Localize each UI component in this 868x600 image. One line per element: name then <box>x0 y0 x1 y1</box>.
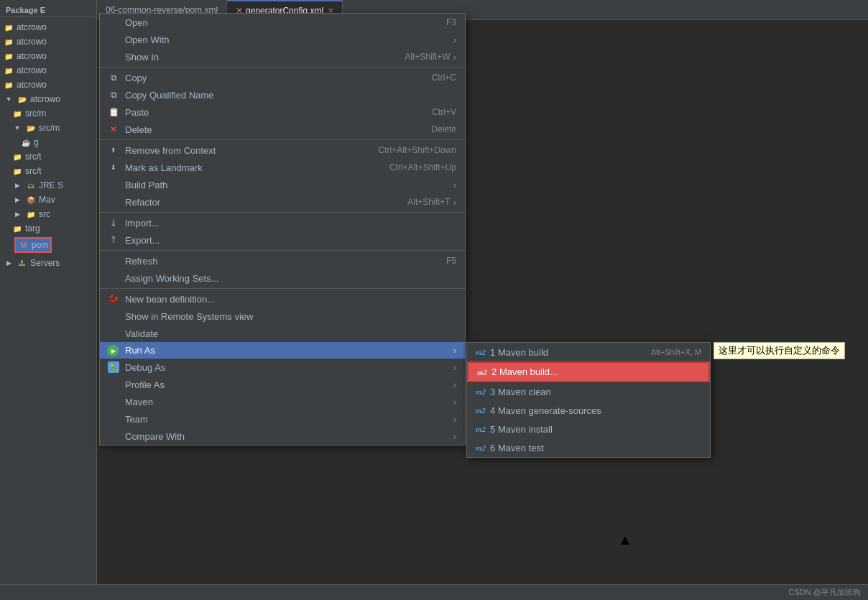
tree-item-atcrowo3[interactable]: 📁 atcrowo <box>0 49 96 63</box>
chevron-right-icon2: ▶ <box>11 194 23 206</box>
tree-item-src3[interactable]: 📁 src/t <box>0 149 96 164</box>
arrow-icon3: › <box>453 180 456 190</box>
folder-icon: 📁 <box>3 36 14 47</box>
tree-item-g[interactable]: ☕ g <box>0 135 96 149</box>
separator3 <box>100 212 465 213</box>
run-icon <box>107 344 119 357</box>
submenu-maven-clean[interactable]: m2 3 Maven clean <box>467 382 710 401</box>
chevron-down-icon: ▼ <box>3 93 14 105</box>
menu-profile-as[interactable]: Profile As › <box>100 376 465 393</box>
delete-icon: ✕ <box>107 123 120 136</box>
menu-assign-working[interactable]: Assign Working Sets... <box>100 269 465 287</box>
menu-import[interactable]: ⤓ Import... <box>100 214 465 231</box>
tree-item-atcrowo6[interactable]: ▼ 📂 atcrowo <box>0 92 96 106</box>
menu-refactor-shortcut: Alt+Shift+T <box>407 197 450 207</box>
menu-show-in-shortcut: Alt+Shift+W <box>405 52 450 62</box>
menu-paste[interactable]: 📋 Paste Ctrl+V <box>100 103 465 121</box>
mark-landmark-icon: ⬇ <box>107 161 120 174</box>
tree-item-targ[interactable]: 📁 targ <box>0 221 96 236</box>
menu-new-bean[interactable]: 🫘 New bean definition... <box>100 290 465 308</box>
menu-team[interactable]: Team › <box>100 410 465 428</box>
folder-icon3: 📁 <box>11 151 23 162</box>
run-as-submenu: m2 1 Maven build Alt+Shift+X, M m2 2 Mav… <box>466 342 711 458</box>
tree-item-servers[interactable]: ▶ 🖧 Servers <box>0 256 96 270</box>
menu-remove-context-label: Remove from Context <box>125 145 216 156</box>
menu-open[interactable]: Open F3 <box>100 14 465 31</box>
menu-validate-label: Validate <box>125 328 158 339</box>
tree-item-atcrowo2[interactable]: 📁 atcrowo <box>0 34 96 49</box>
m2-badge-3: m2 <box>476 387 486 396</box>
tree-item-src1[interactable]: 📁 src/m <box>0 106 96 121</box>
submenu-label-2: 2 Maven build... <box>491 366 558 377</box>
server-icon: 🖧 <box>17 257 28 269</box>
submenu-label-5: 5 Maven install <box>490 424 553 435</box>
menu-copy-qualified-label: Copy Qualified Name <box>125 90 214 101</box>
folder-open-icon2: 📂 <box>25 122 37 134</box>
menu-paste-label: Paste <box>125 107 149 118</box>
submenu-maven-generate[interactable]: m2 4 Maven generate-sources <box>467 401 710 420</box>
submenu-label-6: 6 Maven test <box>490 443 543 453</box>
menu-show-remote[interactable]: Show in Remote Systems view <box>100 308 465 325</box>
submenu-maven-build-2[interactable]: m2 2 Maven build... <box>467 361 710 382</box>
menu-copy-label: Copy <box>125 73 147 83</box>
panel-title: Package E <box>0 4 96 17</box>
m2-badge-5: m2 <box>476 425 486 433</box>
submenu-maven-test[interactable]: m2 6 Maven test <box>467 438 710 457</box>
tree-item-jre[interactable]: ▶ 🗂 JRE S <box>0 178 96 193</box>
m2-badge-4: m2 <box>476 406 486 415</box>
tree-item-atcrowo4[interactable]: 📁 atcrowo <box>0 63 96 78</box>
menu-build-path-label: Build Path <box>125 180 167 190</box>
context-menu: Open F3 Open With › Show In Alt+Shift+W … <box>99 13 466 446</box>
chevron-down-icon2: ▼ <box>11 122 23 134</box>
menu-build-path[interactable]: Build Path › <box>100 176 465 193</box>
menu-open-with[interactable]: Open With › <box>100 31 465 48</box>
tree-item-src4[interactable]: 📁 src/t <box>0 164 96 178</box>
arrow-icon4: › <box>453 197 456 208</box>
menu-debug-as-label: Debug As <box>125 362 165 373</box>
tree-item-atcrowo1[interactable]: 📁 atcrowo <box>0 20 96 34</box>
menu-mark-landmark[interactable]: ⬇ Mark as Landmark Ctrl+Alt+Shift+Up <box>100 159 465 176</box>
menu-import-label: Import... <box>125 218 160 229</box>
folder-icon: 📁 <box>3 65 14 76</box>
tree-item-src2[interactable]: ▼ 📂 src/m <box>0 121 96 135</box>
folder-icon4: 📁 <box>11 165 23 177</box>
menu-remove-context[interactable]: ⬆ Remove from Context Ctrl+Alt+Shift+Dow… <box>100 142 465 159</box>
status-bar: CSDN @平凡加班狗 <box>0 584 868 600</box>
submenu-maven-install[interactable]: m2 5 Maven install <box>467 420 710 438</box>
menu-maven[interactable]: Maven › <box>100 393 465 410</box>
menu-copy-qualified[interactable]: ⧉ Copy Qualified Name <box>100 86 465 103</box>
remove-context-icon: ⬆ <box>107 144 120 157</box>
menu-show-in[interactable]: Show In Alt+Shift+W › <box>100 48 465 65</box>
pom-file-item[interactable]: M pom <box>14 237 52 253</box>
menu-delete-label: Delete <box>125 124 152 135</box>
submenu-label-1: 1 Maven build <box>490 347 548 358</box>
menu-show-remote-label: Show in Remote Systems view <box>125 311 253 322</box>
tree-item-mav[interactable]: ▶ 📦 Mav <box>0 193 96 207</box>
arrow-icon6: › <box>453 362 456 373</box>
menu-validate[interactable]: Validate <box>100 325 465 342</box>
pom-icon: M <box>18 239 29 251</box>
menu-delete[interactable]: ✕ Delete Delete <box>100 121 465 138</box>
menu-debug-as[interactable]: 🐛 Debug As › <box>100 359 465 376</box>
m2-badge-2: m2 <box>477 368 487 377</box>
folder-icon: 📁 <box>11 108 23 119</box>
separator2 <box>100 139 465 140</box>
menu-new-bean-label: New bean definition... <box>125 294 215 305</box>
folder-icon: 📁 <box>3 22 14 33</box>
menu-paste-shortcut: Ctrl+V <box>432 107 456 117</box>
menu-compare-with[interactable]: Compare With › <box>100 428 465 445</box>
menu-refactor[interactable]: Refactor Alt+Shift+T › <box>100 193 465 211</box>
menu-show-in-label: Show In <box>125 52 159 63</box>
export-icon: ⤒ <box>107 234 120 246</box>
menu-copy[interactable]: ⧉ Copy Ctrl+C <box>100 69 465 86</box>
submenu-label-3: 3 Maven clean <box>490 387 551 397</box>
tree-item-atcrowo5[interactable]: 📁 atcrowo <box>0 78 96 92</box>
menu-remove-context-shortcut: Ctrl+Alt+Shift+Down <box>379 145 456 155</box>
menu-open-label: Open <box>125 17 148 28</box>
menu-refresh[interactable]: Refresh F5 <box>100 252 465 269</box>
submenu-maven-build-1[interactable]: m2 1 Maven build Alt+Shift+X, M <box>467 343 710 361</box>
import-icon: ⤓ <box>107 216 120 229</box>
menu-export[interactable]: ⤒ Export... <box>100 231 465 249</box>
tree-item-src5[interactable]: ▶ 📁 src <box>0 207 96 221</box>
menu-run-as[interactable]: Run As › <box>100 342 465 359</box>
